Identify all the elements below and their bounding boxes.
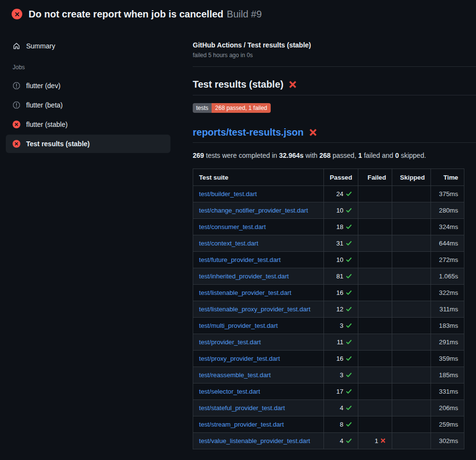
divider: [193, 66, 476, 67]
job-label: Test results (stable): [26, 140, 90, 148]
skipped-cell: [392, 285, 431, 301]
suite-link[interactable]: test/inherited_provider_test.dart: [199, 273, 289, 280]
table-row: test/reassemble_test.dart3185ms: [193, 367, 464, 383]
sidebar-item-flutter-dev[interactable]: flutter (dev): [6, 77, 170, 95]
home-icon: [13, 42, 20, 50]
tests-badge: tests 268 passed, 1 failed: [193, 103, 271, 113]
check-icon: [346, 306, 352, 312]
time-cell: 311ms: [431, 301, 464, 318]
suite-link[interactable]: test/value_listenable_provider_test.dart: [199, 437, 310, 445]
passed-cell: 4: [324, 400, 358, 416]
suite-cell: test/context_test.dart: [193, 235, 324, 252]
table-row: test/listenable_provider_test.dart16322m…: [193, 285, 464, 301]
summary-number: 32.964s: [279, 152, 304, 159]
time-cell: 331ms: [431, 383, 464, 400]
job-label: flutter (stable): [26, 121, 68, 128]
sidebar-item-test-results-stable[interactable]: Test results (stable): [6, 135, 170, 153]
passed-cell: 17: [324, 383, 358, 400]
breadcrumb: GitHub Actions / Test results (stable): [193, 41, 476, 49]
suite-link[interactable]: test/listenable_proxy_provider_test.dart: [199, 306, 310, 313]
suite-link[interactable]: test/future_provider_test.dart: [199, 256, 281, 263]
passed-count: 31: [337, 240, 344, 247]
sidebar-item-flutter-beta[interactable]: flutter (beta): [6, 96, 170, 114]
suite-cell: test/consumer_test.dart: [193, 219, 324, 235]
time-cell: 644ms: [431, 235, 464, 252]
time-cell: 302ms: [431, 433, 464, 449]
job-label: flutter (beta): [26, 101, 62, 109]
skipped-cell: [392, 334, 431, 351]
time-cell: 185ms: [431, 367, 464, 383]
passed-count: 10: [337, 207, 344, 214]
column-header-test-suite: Test suite: [193, 169, 324, 186]
skipped-cell: [392, 416, 431, 433]
suite-cell: test/listenable_proxy_provider_test.dart: [193, 301, 324, 318]
sidebar-item-flutter-stable[interactable]: flutter (stable): [6, 115, 170, 134]
failed-cell: [358, 202, 392, 219]
skipped-cell: [392, 202, 431, 219]
table-row: test/listenable_proxy_provider_test.dart…: [193, 301, 464, 318]
check-icon: [346, 273, 352, 279]
passed-cell: 24: [324, 186, 358, 202]
suite-link[interactable]: test/stateful_provider_test.dart: [199, 404, 285, 412]
x-icon: [380, 438, 386, 444]
suite-cell: test/proxy_provider_test.dart: [193, 351, 324, 367]
time-cell: 259ms: [431, 416, 464, 433]
check-icon: [346, 339, 352, 345]
table-body: test/builder_test.dart24375mstest/change…: [193, 186, 464, 449]
skipped-cell: [392, 383, 431, 400]
passed-cell: 3: [324, 367, 358, 383]
sidebar-item-summary[interactable]: Summary: [6, 37, 170, 55]
suite-link[interactable]: test/reassemble_test.dart: [199, 371, 271, 379]
suite-link[interactable]: test/multi_provider_test.dart: [199, 322, 278, 329]
check-icon: [346, 290, 352, 296]
suite-cell: test/stream_provider_test.dart: [193, 416, 324, 433]
suite-link[interactable]: test/selector_test.dart: [199, 388, 260, 395]
suite-link[interactable]: test/context_test.dart: [199, 240, 258, 247]
suite-link[interactable]: test/proxy_provider_test.dart: [199, 355, 280, 362]
summary-number: 0: [395, 152, 399, 159]
column-header-time: Time: [431, 169, 464, 186]
passed-count: 4: [340, 404, 343, 412]
skipped-cell: [392, 301, 431, 318]
run-header: Do not create report when job is cancell…: [0, 0, 476, 26]
failed-cell: [358, 285, 392, 301]
failed-cell: [358, 334, 392, 351]
skipped-cell: [392, 186, 431, 202]
summary-fragment: passed,: [331, 152, 358, 159]
suite-link[interactable]: test/listenable_provider_test.dart: [199, 289, 292, 296]
check-icon: [346, 322, 352, 329]
cross-mark-icon: [309, 128, 317, 137]
failed-cell: [358, 252, 392, 268]
suite-link[interactable]: test/change_notifier_provider_test.dart: [199, 207, 308, 214]
run-title: Do not create report when job is cancell…: [29, 9, 223, 19]
passed-cell: 10: [324, 202, 358, 219]
report-file-link[interactable]: reports/test-results.json: [193, 126, 304, 138]
section-heading: Test results (stable): [193, 78, 476, 95]
suite-link[interactable]: test/stream_provider_test.dart: [199, 421, 284, 428]
summary-number: 1: [358, 152, 362, 159]
time-cell: 272ms: [431, 252, 464, 268]
table-row: test/multi_provider_test.dart3183ms: [193, 318, 464, 334]
time-cell: 291ms: [431, 334, 464, 351]
x-circle-fill-icon: [13, 121, 20, 128]
summary-fragment: skipped.: [399, 152, 426, 159]
table-header-row: Test suitePassedFailedSkippedTime: [193, 169, 464, 186]
run-meta: failed 5 hours ago in 0s: [193, 52, 476, 59]
summary-text: 269 tests were completed in 32.964s with…: [193, 152, 476, 160]
skipped-cell: [392, 268, 431, 285]
failed-cell: [358, 301, 392, 318]
passed-count: 4: [340, 437, 343, 445]
passed-cell: 4: [324, 433, 358, 449]
check-icon: [346, 438, 352, 444]
sidebar: Summary Jobs flutter (dev)flutter (beta)…: [0, 26, 189, 154]
suite-link[interactable]: test/provider_test.dart: [199, 338, 261, 346]
sidebar-jobs: flutter (dev)flutter (beta)flutter (stab…: [6, 77, 170, 153]
passed-count: 17: [337, 388, 344, 395]
suite-link[interactable]: test/builder_test.dart: [199, 190, 257, 198]
skipped-cell: [392, 400, 431, 416]
suite-link[interactable]: test/consumer_test.dart: [199, 223, 266, 230]
passed-cell: 10: [324, 252, 358, 268]
stop-cancelled-icon: [13, 101, 20, 109]
passed-count: 81: [337, 273, 344, 280]
failed-cell: [358, 186, 392, 202]
